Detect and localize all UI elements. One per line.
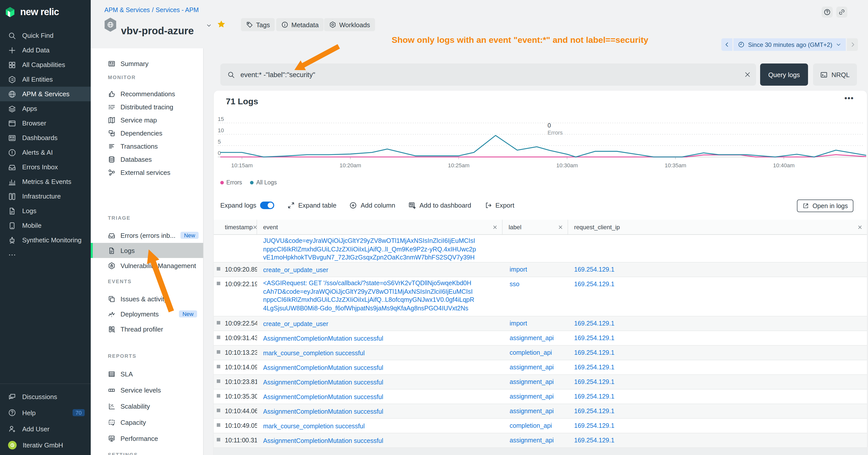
table-row[interactable]: 10:09:22.196 <ASGIRequest: GET '/sso/cal… <box>214 277 867 317</box>
sidebar-item-errors-inbox[interactable]: Errors Inbox <box>0 160 91 174</box>
ip-link[interactable]: 169.254.129.1 <box>574 379 615 386</box>
sidebar-item-browser[interactable]: Browser <box>0 116 91 130</box>
metadata-button[interactable]: Metadata <box>276 18 323 31</box>
new-relic-logo[interactable]: new relic <box>0 0 91 18</box>
sidebar-item-all-capabilities[interactable]: All Capabilities <box>0 58 91 72</box>
table-row[interactable]: JUQVU&code=eyJraWQiOiJjcGltY29yZV8wOTl1M… <box>214 235 867 262</box>
ip-link[interactable]: 169.254.129.1 <box>574 422 615 429</box>
workloads-button[interactable]: Workloads <box>324 18 375 31</box>
remove-column-icon[interactable] <box>558 225 563 229</box>
column-header-timestamp[interactable]: timestamp <box>214 220 257 234</box>
subnav-item-logs[interactable]: Logs <box>91 243 203 258</box>
favorite-star-icon[interactable] <box>217 20 226 29</box>
label-link[interactable]: assignment_api <box>509 334 554 342</box>
label-link[interactable]: import <box>509 320 527 327</box>
time-range-button[interactable]: Since 30 minutes ago (GMT+2) <box>734 38 846 51</box>
ip-link[interactable]: 169.254.129.1 <box>574 349 615 356</box>
sidebar-item-more[interactable] <box>0 248 91 262</box>
sidebar-item-dashboards[interactable]: Dashboards <box>0 130 91 145</box>
event-link[interactable]: mark_course_completion successful <box>263 422 502 430</box>
sidebar-item-all-entities[interactable]: All Entities <box>0 72 91 87</box>
event-link[interactable]: nppcCI6IkRlZmxhdGUiLCJzZXIiOiIxLjAifQ..l… <box>263 245 502 254</box>
remove-column-icon[interactable] <box>858 225 863 229</box>
subnav-item-vulnerability-management[interactable]: Vulnerability Management <box>91 258 203 273</box>
subnav-item-dependencies[interactable]: Dependencies <box>91 127 203 139</box>
entity-chevron-down-icon[interactable] <box>206 23 212 28</box>
table-row[interactable]: 10:11:00.311 AssignmentCompletionMutatio… <box>214 433 867 448</box>
table-row[interactable]: 10:09:20.895 create_or_update_user impor… <box>214 262 867 277</box>
event-link[interactable]: AssignmentCompletionMutation successful <box>263 379 502 387</box>
label-link[interactable]: sso <box>509 281 520 288</box>
sidebar-item-metrics-events[interactable]: Metrics & Events <box>0 174 91 189</box>
label-link[interactable]: assignment_api <box>509 379 554 386</box>
ip-link[interactable]: 169.254.129.1 <box>574 393 615 400</box>
sidebar-item-infrastructure[interactable]: Infrastructure <box>0 189 91 203</box>
event-link[interactable]: mark_course_completion successful <box>263 349 502 358</box>
subnav-item-thread-profiler[interactable]: Thread profiler <box>91 322 203 336</box>
event-link[interactable]: create_or_update_user <box>263 320 502 328</box>
label-link[interactable]: assignment_api <box>509 364 554 371</box>
sidebar-item-synthetic-monitoring[interactable]: Synthetic Monitoring <box>0 233 91 248</box>
sidebar-item-apps[interactable]: Apps <box>0 101 91 116</box>
subnav-item-errors-errors-inb[interactable]: Errors (errors inb... New <box>91 228 203 243</box>
table-row[interactable]: 10:10:23.815 AssignmentCompletionMutatio… <box>214 375 867 390</box>
ip-link[interactable]: 169.254.129.1 <box>574 408 615 415</box>
open-in-logs-button[interactable]: Open in logs <box>797 199 854 212</box>
event-link[interactable]: JUQVU&code=eyJraWQiOiJjcGltY29yZV8wOTl1M… <box>263 237 502 245</box>
subnav-item-service-levels[interactable]: Service levels <box>91 382 203 398</box>
event-link[interactable]: nppcCI6IkRlZmxhdGUiLCJzZXIiOiIxLjAifQ..L… <box>263 296 502 304</box>
subnav-item-scalability[interactable]: Scalability <box>91 398 203 414</box>
table-row[interactable]: 10:09:31.439 AssignmentCompletionMutatio… <box>214 331 867 346</box>
legend-all-logs[interactable]: All Logs <box>250 180 277 186</box>
log-query-input[interactable] <box>240 70 739 79</box>
breadcrumb-services-apm[interactable]: Services - APM <box>156 6 199 13</box>
subnav-item-recommendations[interactable]: Recommendations <box>91 87 203 100</box>
export-button[interactable]: Export <box>485 201 515 209</box>
permalink-button[interactable] <box>836 6 847 18</box>
label-link[interactable]: assignment_api <box>509 437 554 444</box>
column-header-request-client-ip[interactable]: request_client_ip <box>568 220 867 234</box>
sidebar-item-quick-find[interactable]: Quick Find <box>0 28 91 43</box>
sidebar-footer-discussions[interactable]: Discussions <box>0 389 91 404</box>
table-row[interactable]: 10:10:14.094 AssignmentCompletionMutatio… <box>214 360 867 375</box>
subnav-item-issues-activity[interactable]: Issues & activity <box>91 291 203 306</box>
time-back-button[interactable] <box>721 38 733 51</box>
ip-link[interactable]: 169.254.129.1 <box>574 334 615 342</box>
column-header-event[interactable]: event <box>257 220 502 234</box>
ip-link[interactable]: 169.254.129.1 <box>574 266 615 273</box>
remove-column-icon[interactable] <box>493 225 497 229</box>
subnav-item-external-services[interactable]: External services <box>91 166 203 179</box>
sidebar-item-logs[interactable]: Logs <box>0 203 91 218</box>
event-link[interactable]: AssignmentCompletionMutation successful <box>263 408 502 416</box>
add-column-button[interactable]: Add column <box>349 201 395 209</box>
sidebar-footer-add-user[interactable]: Add User <box>0 421 91 437</box>
event-link[interactable]: vE1moHpkhokTVBvguN7_72JtGzGsqxZpn2OaKc3n… <box>263 254 502 262</box>
label-link[interactable]: assignment_api <box>509 408 554 415</box>
nrql-button[interactable]: NRQL <box>813 64 857 86</box>
table-row[interactable]: 10:09:22.540 create_or_update_user impor… <box>214 317 867 331</box>
sidebar-footer-help[interactable]: Help 70 <box>0 404 91 421</box>
time-forward-button[interactable] <box>847 38 858 51</box>
ip-link[interactable]: 169.254.129.1 <box>574 281 615 288</box>
panel-menu-icon[interactable]: ••• <box>844 94 854 102</box>
sidebar-item-alerts-ai[interactable]: Alerts & AI <box>0 145 91 160</box>
clear-query-button[interactable] <box>739 66 756 83</box>
help-button[interactable] <box>822 6 833 18</box>
event-link[interactable]: cAh7D&code=eyJraWQiOiJjcGltY29yZV8wOTl1M… <box>263 288 502 296</box>
table-row[interactable]: 10:10:13.235 mark_course_completion succ… <box>214 346 867 360</box>
column-header-label[interactable]: label <box>502 220 568 234</box>
subnav-item-service-map[interactable]: Service map <box>91 113 203 127</box>
ip-link[interactable]: 169.254.129.1 <box>574 437 615 444</box>
event-link[interactable]: 4LgSjsuUW8B0Mi8-Gdo_f6ofWhjpatNs9jaMs9qK… <box>263 304 502 313</box>
subnav-item-databases[interactable]: Databases <box>91 153 203 166</box>
sidebar-footer-iterativ-gmbh[interactable]: Iterativ GmbH <box>0 437 91 453</box>
label-link[interactable]: import <box>509 266 527 273</box>
expand-table-button[interactable]: Expand table <box>287 201 337 209</box>
breadcrumb-apm-services[interactable]: APM & Services <box>104 6 150 13</box>
add-to-dashboard-button[interactable]: Add to dashboard <box>408 201 471 209</box>
subnav-item-performance[interactable]: Performance <box>91 430 203 447</box>
ip-link[interactable]: 169.254.129.1 <box>574 320 615 327</box>
ip-link[interactable]: 169.254.129.1 <box>574 364 615 371</box>
subnav-item-deployments[interactable]: Deployments New <box>91 306 203 322</box>
event-link[interactable]: AssignmentCompletionMutation successful <box>263 364 502 372</box>
